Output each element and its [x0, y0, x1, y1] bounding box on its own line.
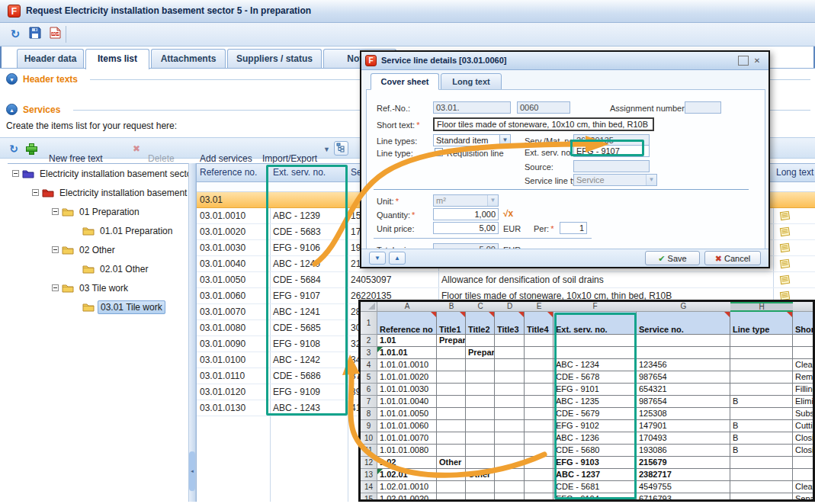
excel-column-letter-d[interactable]: D — [495, 302, 525, 312]
long-text-note-icon[interactable] — [779, 258, 791, 271]
excel-cell-e4[interactable] — [525, 359, 553, 371]
excel-header-cell-h[interactable]: Line type — [730, 312, 793, 335]
prev-line-button[interactable]: ▼ — [369, 252, 386, 265]
long-text-note-icon[interactable] — [779, 242, 791, 255]
excel-cell-f10[interactable]: ABC - 1236 — [553, 432, 637, 445]
excel-cell-h8[interactable] — [730, 408, 793, 420]
line-types-dropdown[interactable]: Standard item▼ — [433, 134, 511, 146]
tree-item-electricity-installation-basem[interactable]: Electricity installation basement se — [32, 187, 196, 201]
excel-cell-b12[interactable]: Other — [437, 457, 466, 469]
excel-cell-g3[interactable] — [637, 347, 730, 359]
excel-cell-g5[interactable]: 987654 — [637, 371, 730, 384]
excel-cell-a13[interactable]: 1.02.01 — [377, 469, 437, 481]
excel-cell-a7[interactable]: 1.01.01.0040 — [377, 396, 437, 408]
excel-cell-h3[interactable] — [730, 347, 793, 359]
excel-cell-d9[interactable] — [495, 420, 525, 432]
excel-cell-b15[interactable] — [437, 493, 466, 502]
excel-cell-a12[interactable]: 1.02 — [377, 457, 437, 469]
excel-column-letter-e[interactable]: E — [525, 302, 553, 312]
tree-item-01-preparation[interactable]: 01 Preparation — [52, 206, 142, 220]
excel-cell-i14[interactable]: Cleaning of w — [793, 481, 815, 493]
excel-cell-c5[interactable] — [466, 371, 495, 384]
add-icon[interactable] — [26, 143, 36, 153]
excel-cell-i7[interactable]: Elimination o — [793, 396, 815, 408]
excel-cell-f14[interactable]: CDE - 5681 — [553, 481, 637, 493]
long-text-note-icon[interactable] — [779, 274, 791, 287]
pdf-export-icon[interactable] — [47, 27, 63, 42]
excel-cell-d10[interactable] — [495, 432, 525, 445]
excel-cell-c9[interactable] — [466, 420, 495, 432]
tab-attachments[interactable]: Attachments — [151, 49, 226, 69]
tree-item-03-01-tile-work[interactable]: 03.01 Tile work — [72, 301, 165, 315]
close-icon[interactable]: ✕ — [752, 56, 762, 66]
excel-cell-i15[interactable]: Separation — [793, 493, 815, 502]
excel-cell-c13[interactable]: Other — [466, 469, 495, 481]
quantity-field[interactable]: 1,000 — [433, 208, 499, 220]
excel-cell-d5[interactable] — [495, 371, 525, 384]
excel-cell-a8[interactable]: 1.01.01.0050 — [377, 408, 437, 420]
excel-column-letter-a[interactable]: A — [377, 302, 437, 312]
excel-column-letter-c[interactable]: C — [466, 302, 495, 312]
excel-cell-i10[interactable]: Closing joints — [793, 432, 815, 445]
table-row[interactable]: 03.01.0050CDE - 568424053097Allowance fo… — [197, 272, 815, 288]
excel-cell-f4[interactable]: ABC - 1234 — [553, 359, 637, 371]
tab-header-data[interactable]: Header data — [17, 49, 84, 69]
excel-cell-b5[interactable] — [437, 371, 466, 384]
excel-header-cell-g[interactable]: Service no. — [637, 312, 730, 335]
excel-header-cell-a[interactable]: Reference no — [377, 312, 437, 335]
excel-cell-f5[interactable]: CDE - 5678 — [553, 371, 637, 384]
cancel-button[interactable]: ✖ Cancel — [704, 251, 761, 265]
maximize-icon[interactable] — [738, 56, 749, 66]
excel-cell-c8[interactable] — [466, 408, 495, 420]
excel-row-number[interactable]: 12 — [361, 457, 377, 469]
structure-view-icon[interactable] — [334, 141, 348, 156]
excel-row-number[interactable]: 8 — [361, 408, 377, 420]
excel-cell-b13[interactable] — [437, 469, 466, 481]
excel-cell-b14[interactable] — [437, 481, 466, 493]
excel-cell-f13[interactable]: ABC - 1237 — [553, 469, 637, 481]
chevron-down-icon[interactable]: ▼ — [499, 135, 510, 146]
excel-row-number[interactable]: 3 — [361, 347, 377, 359]
excel-cell-a9[interactable]: 1.01.01.0060 — [377, 420, 437, 432]
excel-row-number[interactable]: 1 — [361, 312, 377, 335]
excel-cell-i3[interactable] — [793, 347, 815, 359]
tree-item-electricity-installation-basem[interactable]: Electricity installation basement sector — [12, 168, 196, 181]
excel-cell-h15[interactable] — [730, 493, 793, 502]
excel-row-number[interactable]: 13 — [361, 469, 377, 481]
excel-cell-c10[interactable] — [466, 432, 495, 445]
excel-cell-c4[interactable] — [466, 359, 495, 371]
excel-cell-h10[interactable]: B — [730, 432, 793, 445]
excel-cell-a10[interactable]: 1.01.01.0070 — [377, 432, 437, 445]
refresh-icon[interactable]: ↻ — [8, 27, 23, 42]
expander-icon[interactable] — [32, 189, 39, 196]
excel-cell-e14[interactable] — [525, 481, 553, 493]
excel-header-cell-e[interactable]: Title4 — [525, 312, 553, 335]
excel-cell-h12[interactable] — [730, 457, 793, 469]
excel-cell-e10[interactable] — [525, 432, 553, 445]
excel-cell-d7[interactable] — [495, 396, 525, 408]
assignment-number-field[interactable] — [685, 101, 721, 114]
excel-cell-e13[interactable] — [525, 469, 553, 481]
service-line-type-dropdown[interactable]: Service▼ — [573, 174, 657, 186]
excel-header-cell-f[interactable]: Ext. serv. no. — [553, 312, 637, 335]
tree-item-02-other[interactable]: 02 Other — [52, 244, 117, 258]
short-text-field[interactable]: Floor tiles made of stoneware, 10x10 cm,… — [433, 117, 654, 131]
excel-row-number[interactable]: 10 — [361, 432, 377, 445]
excel-cell-e5[interactable] — [525, 371, 553, 384]
excel-header-cell-c[interactable]: Title2 — [466, 312, 495, 335]
excel-cell-b2[interactable]: Preparation — [437, 335, 466, 347]
excel-row-number[interactable]: 14 — [361, 481, 377, 493]
excel-cell-d3[interactable] — [495, 347, 525, 359]
excel-cell-e15[interactable] — [525, 493, 553, 502]
excel-column-letter-f[interactable]: F — [553, 302, 637, 312]
excel-cell-g8[interactable]: 125308 — [637, 408, 730, 420]
long-text-note-icon[interactable] — [779, 210, 791, 223]
unit-dropdown[interactable]: m²▼ — [433, 194, 499, 207]
excel-cell-d6[interactable] — [495, 384, 525, 396]
excel-cell-e9[interactable] — [525, 420, 553, 432]
save-icon[interactable] — [27, 27, 43, 42]
excel-cell-d14[interactable] — [495, 481, 525, 493]
excel-cell-g4[interactable]: 123456 — [637, 359, 730, 371]
excel-header-cell-d[interactable]: Title3 — [495, 312, 525, 335]
formula-icon[interactable]: √x — [503, 208, 513, 219]
